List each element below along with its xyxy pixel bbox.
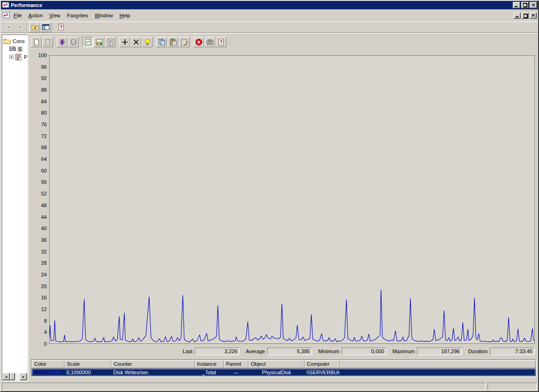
y-tick-label: 100: [30, 52, 47, 58]
legend-cell-object: PhysicalDisk: [248, 370, 305, 375]
average-value: 5,385: [267, 348, 312, 355]
highlight-button[interactable]: [142, 37, 153, 47]
show-hide-console-tree-button[interactable]: [40, 22, 51, 32]
counter-statistics-row: Last 3,226 Average 5,385 Minimum 0,000 M…: [49, 347, 535, 356]
console-tree-panel: ConsS+P ◄ ►: [2, 35, 28, 381]
clear-display-button[interactable]: [42, 37, 53, 47]
system-monitor-toolbar: ?: [31, 36, 227, 48]
up-one-level-button[interactable]: [29, 22, 40, 32]
menu-favorites[interactable]: Favorites: [64, 11, 91, 20]
y-tick-label: 88: [30, 87, 47, 93]
navigation-toolbar: ?: [1, 22, 538, 33]
clear-display-icon: [44, 38, 51, 46]
back-button[interactable]: [3, 22, 14, 32]
legend-column-header-counter[interactable]: Counter: [111, 360, 195, 368]
console-root-folder-icon: [3, 37, 11, 45]
y-tick-label: 60: [30, 168, 47, 174]
back-icon: [5, 23, 13, 31]
console-icon: [2, 12, 10, 19]
help-button[interactable]: ?: [216, 37, 226, 47]
forward-button[interactable]: [14, 22, 25, 32]
view-graph-button[interactable]: [82, 37, 93, 47]
legend-header: ColorScaleCounterInstanceParentObjectCom…: [32, 360, 536, 368]
view-log-data-button[interactable]: [68, 37, 79, 47]
view-current-activity-button[interactable]: [57, 37, 67, 47]
svg-text:?: ?: [219, 39, 223, 45]
menu-action[interactable]: Action: [25, 11, 46, 20]
child-minimize-button[interactable]: [514, 13, 521, 19]
legend-column-header-computer[interactable]: Computer: [305, 360, 340, 368]
delete-counter-button[interactable]: [131, 37, 141, 47]
child-restore-icon: [524, 14, 528, 18]
close-button[interactable]: ×: [530, 2, 537, 8]
freeze-display-button[interactable]: [193, 37, 204, 47]
y-tick-label: 0: [30, 341, 47, 347]
tree-item-cons[interactable]: Cons: [2, 37, 27, 45]
minimize-button[interactable]: [513, 2, 520, 8]
add-counter-button[interactable]: [119, 37, 130, 47]
maximum-label: Maximum: [393, 348, 415, 354]
tree-item-label: Cons: [12, 38, 26, 44]
counter-line-series: [50, 290, 534, 342]
copy-properties-button[interactable]: [156, 37, 167, 47]
update-data-icon: [206, 38, 214, 46]
chart-plot-area: [49, 55, 535, 344]
scroll-track[interactable]: [15, 373, 20, 381]
tree-item-s[interactable]: S: [2, 45, 27, 53]
restore-icon: [523, 3, 527, 7]
view-graph-icon: [84, 38, 92, 46]
child-minimize-icon: [516, 16, 518, 17]
menu-file[interactable]: File: [10, 11, 25, 20]
help-button[interactable]: ?: [56, 22, 66, 32]
scroll-thumb[interactable]: [10, 373, 15, 380]
close-icon: ×: [531, 3, 535, 7]
view-log-data-icon: [70, 38, 77, 46]
legend-cell-computer: \\SERVERBUH: [305, 370, 340, 375]
y-tick-label: 64: [30, 156, 47, 162]
tree-expander-icon[interactable]: +: [9, 55, 14, 59]
legend-column-header-parent[interactable]: Parent: [224, 360, 248, 368]
status-bar: [1, 381, 538, 391]
legend-column-header-scale[interactable]: Scale: [65, 360, 111, 368]
y-tick-label: 12: [30, 306, 47, 312]
view-report-icon: [107, 38, 114, 46]
view-histogram-button[interactable]: [94, 37, 104, 47]
child-restore-button[interactable]: [522, 13, 529, 19]
menu-window[interactable]: Window: [91, 11, 116, 20]
menu-help[interactable]: Help: [116, 11, 133, 20]
last-label: Last: [183, 348, 193, 354]
child-close-button[interactable]: ×: [530, 13, 537, 19]
title-bar[interactable]: Performance ×: [1, 1, 538, 9]
counter-color-swatch: [36, 372, 60, 373]
legend-cell-instance: _Total: [195, 370, 224, 375]
tree-item-p[interactable]: +P: [2, 53, 27, 61]
line-chart: [50, 56, 534, 343]
y-tick-label: 68: [30, 145, 47, 150]
legend-column-header-object[interactable]: Object: [248, 360, 305, 368]
y-tick-label: 48: [30, 203, 47, 208]
scroll-left-button[interactable]: ◄: [2, 373, 10, 380]
forward-icon: [16, 23, 23, 31]
update-data-button[interactable]: [204, 37, 215, 47]
legend-cell-scale: 0,1000000: [65, 370, 111, 375]
restore-button[interactable]: [521, 2, 529, 8]
paste-counter-list-button[interactable]: [168, 37, 178, 47]
tree-horizontal-scrollbar[interactable]: ◄ ►: [2, 373, 27, 381]
child-window-controls: ×: [514, 13, 537, 19]
menu-view[interactable]: View: [46, 11, 64, 20]
paste-counter-list-icon: [169, 38, 177, 46]
legend-column-header-color[interactable]: Color: [32, 360, 65, 368]
new-counter-set-button[interactable]: [31, 37, 42, 47]
legend-row-disk-writes-sec[interactable]: 0,1000000Disk Writes/sec_Total---Physica…: [32, 369, 536, 376]
window-controls: ×: [513, 2, 537, 8]
help-icon: ?: [218, 38, 225, 46]
view-report-button[interactable]: [105, 37, 116, 47]
new-counter-set-icon: [33, 38, 40, 46]
properties-button[interactable]: [179, 37, 189, 47]
scroll-right-button[interactable]: ►: [20, 373, 27, 380]
toolbar-separator: [53, 23, 54, 31]
y-tick-label: 80: [30, 110, 47, 116]
y-tick-label: 32: [30, 249, 47, 254]
legend-column-header-instance[interactable]: Instance: [195, 360, 224, 368]
tree-item-label: P: [23, 54, 28, 60]
